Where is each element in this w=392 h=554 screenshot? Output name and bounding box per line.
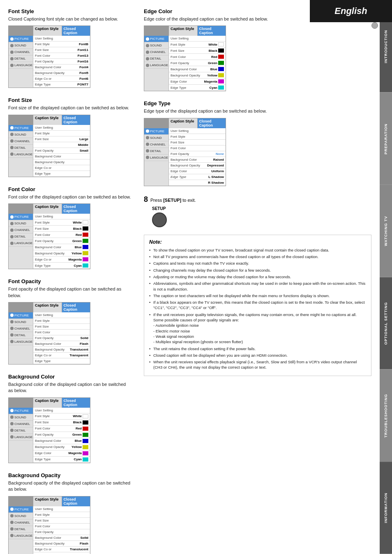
right-sidebar: INTRODUCTION PREPARATION WATCHING TV OPT… <box>380 0 392 554</box>
step-bold: [SETUP] <box>163 198 181 203</box>
menu-sidebar-detail: DETAIL <box>9 55 33 62</box>
background-color-menu: Caption Style Closed Caption PICTURE SOU… <box>8 397 90 463</box>
background-color-title: Background Color <box>8 374 131 380</box>
font-opacity-desc: Font opacity of the displayed caption ca… <box>8 286 131 299</box>
menu-row: Background ColorFont4 <box>33 65 90 70</box>
font-size-desc: Font size of the displayed caption can b… <box>8 105 131 111</box>
menu-sidebar-picture: PICTURE <box>9 36 33 42</box>
edge-type-title: Edge Type <box>144 100 371 106</box>
note-box: Note: To show the closed caption on your… <box>144 235 371 376</box>
main-content: Font Style Closed Captioning font style … <box>0 0 380 554</box>
left-column: Font Style Closed Captioning font style … <box>8 8 131 554</box>
sidebar-tab-preparation[interactable]: PREPARATION <box>380 92 392 185</box>
menu-header: Caption Style Closed Caption <box>9 26 90 36</box>
menu-sidebar-sound: SOUND <box>9 42 33 49</box>
font-color-section: Font Color Font color of the displayed c… <box>8 186 131 269</box>
menu-row: Edge Co orFont6 <box>33 76 90 82</box>
background-opacity-menu: Caption Style Closed Caption PICTURE SOU… <box>8 496 90 554</box>
font-color-menu: Caption Style Closed Caption PICTURE SOU… <box>8 203 90 269</box>
step-text: Press [SETUP] to exit. <box>150 198 196 203</box>
background-opacity-section: Background Opacity Background opacity of… <box>8 472 131 554</box>
setup-circle-button[interactable] <box>152 212 167 227</box>
menu-row: Font SizeFont11 <box>33 47 90 53</box>
font-style-section: Font Style Closed Captioning font style … <box>8 8 131 88</box>
menu-row: Font StyleFontB <box>33 42 90 47</box>
background-color-desc: Background color of the displayed captio… <box>8 381 131 394</box>
note-item: If the unit receives poor quality televi… <box>149 312 366 345</box>
header-bar: English <box>310 0 392 22</box>
menu-row: User Setting <box>33 36 90 42</box>
note-item: Not all TV programs and commercials have… <box>149 254 366 259</box>
note-item: If a black box appears on the TV screen,… <box>149 300 366 311</box>
font-color-desc: Font color of the displayed caption can … <box>8 194 131 200</box>
background-color-section: Background Color Background color of the… <box>8 374 131 463</box>
font-opacity-menu: Caption Style Closed Caption PICTURE SOU… <box>8 302 90 365</box>
font-opacity-title: Font Opacity <box>8 278 131 284</box>
font-style-desc: Closed Captioning font style can be chan… <box>8 16 131 22</box>
note-item: Changing channels may delay the closed c… <box>149 268 366 273</box>
content-columns: Font Style Closed Captioning font style … <box>8 8 371 554</box>
background-opacity-title: Background Opacity <box>8 472 131 478</box>
font-size-section: Font Size Font size of the displayed cap… <box>8 97 131 177</box>
background-opacity-desc: Background opacity of the displayed capt… <box>8 480 131 493</box>
note-item: To show the closed caption on your TV sc… <box>149 247 366 253</box>
sidebar-tab-information[interactable]: INFORMATION <box>380 462 392 554</box>
note-item: Adjusting or muting the volume may delay… <box>149 274 366 279</box>
note-item: The caption or text characters will not … <box>149 293 366 298</box>
font-style-menu: Caption Style Closed Caption PICTURE SOU… <box>8 25 90 88</box>
note-item: Captions and texts may not match the TV … <box>149 261 366 266</box>
note-item: The unit retains the closed caption sett… <box>149 346 366 351</box>
note-item: Closed caption will not be displayed whe… <box>149 353 366 358</box>
menu-row: Font ColorFont13 <box>33 53 90 59</box>
note-item: Abbreviations, symbols and other grammat… <box>149 281 366 292</box>
edge-type-menu: Caption Style Closed Caption PICTURE SOU… <box>144 118 226 186</box>
edge-type-desc: Edge type of the displayed caption can b… <box>144 108 371 114</box>
menu-row: Font OpacityFont16 <box>33 59 90 65</box>
font-size-menu: Caption Style Closed Caption PICTURE SOU… <box>8 115 90 177</box>
note-title: Note: <box>149 239 366 245</box>
menu-sidebar-channel: CHANNEL <box>9 49 33 55</box>
right-column: Edge Color Edge color of the displayed c… <box>144 8 371 554</box>
menu-sidebar-language: LANGUAGE <box>9 62 33 69</box>
font-style-title: Font Style <box>8 8 131 14</box>
sidebar-tab-troubleshooting[interactable]: TROUBLESHOOTING <box>380 369 392 462</box>
edge-type-section: Edge Type Edge type of the displayed cap… <box>144 100 371 186</box>
step-after: to exit. <box>181 198 196 203</box>
font-color-title: Font Color <box>8 186 131 192</box>
setup-label: SETUP <box>152 206 166 211</box>
font-size-title: Font Size <box>8 97 131 103</box>
step8-section: 8 Press [SETUP] to exit. SETUP <box>144 195 371 227</box>
setup-button-container: SETUP <box>152 206 371 227</box>
sidebar-tab-watching[interactable]: WATCHING TV <box>380 185 392 277</box>
menu-row: Edge TypePONT7 <box>33 82 90 88</box>
step-number: 8 <box>144 195 148 204</box>
sidebar-tab-optional[interactable]: OPTIONAL SETTING <box>380 277 392 369</box>
note-item: When the unit receives special effects p… <box>149 359 366 370</box>
menu-row: Background OpacityFont5 <box>33 70 90 76</box>
font-opacity-section: Font Opacity Font opacity of the display… <box>8 278 131 365</box>
header-title: English <box>334 6 367 16</box>
edge-color-menu: Caption Style Closed Caption PICTURE SOU… <box>144 25 226 91</box>
note-list: To show the closed caption on your TV sc… <box>149 247 366 370</box>
